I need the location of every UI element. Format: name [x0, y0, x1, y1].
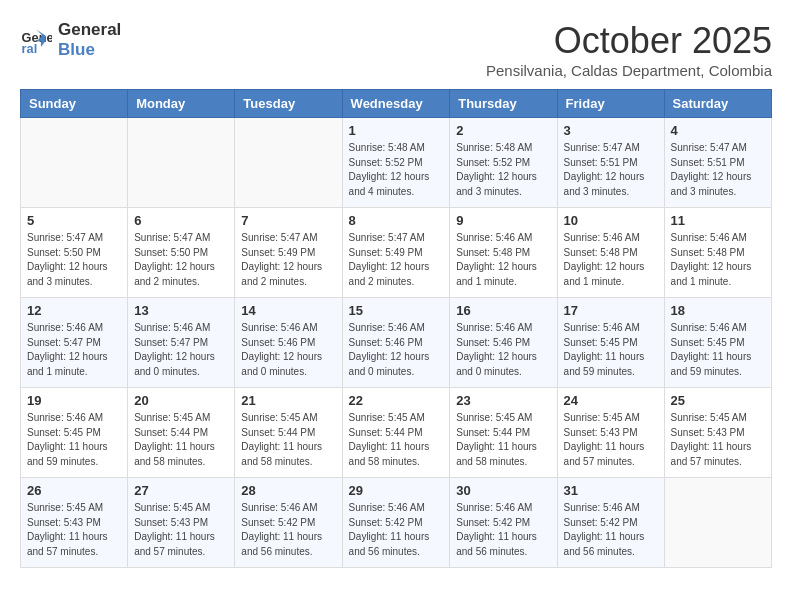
day-number: 25	[671, 393, 765, 408]
calendar-cell: 29Sunrise: 5:46 AM Sunset: 5:42 PM Dayli…	[342, 478, 450, 568]
week-row-2: 12Sunrise: 5:46 AM Sunset: 5:47 PM Dayli…	[21, 298, 772, 388]
month-title: October 2025	[486, 20, 772, 62]
calendar-cell: 31Sunrise: 5:46 AM Sunset: 5:42 PM Dayli…	[557, 478, 664, 568]
day-info: Sunrise: 5:46 AM Sunset: 5:47 PM Dayligh…	[27, 321, 121, 379]
day-info: Sunrise: 5:46 AM Sunset: 5:45 PM Dayligh…	[27, 411, 121, 469]
calendar-cell: 22Sunrise: 5:45 AM Sunset: 5:44 PM Dayli…	[342, 388, 450, 478]
header-day-tuesday: Tuesday	[235, 90, 342, 118]
day-info: Sunrise: 5:46 AM Sunset: 5:45 PM Dayligh…	[671, 321, 765, 379]
header-row: SundayMondayTuesdayWednesdayThursdayFrid…	[21, 90, 772, 118]
day-info: Sunrise: 5:45 AM Sunset: 5:44 PM Dayligh…	[456, 411, 550, 469]
logo-line2: Blue	[58, 40, 121, 60]
day-info: Sunrise: 5:45 AM Sunset: 5:43 PM Dayligh…	[134, 501, 228, 559]
day-number: 6	[134, 213, 228, 228]
day-info: Sunrise: 5:47 AM Sunset: 5:51 PM Dayligh…	[564, 141, 658, 199]
calendar-cell: 13Sunrise: 5:46 AM Sunset: 5:47 PM Dayli…	[128, 298, 235, 388]
calendar-cell	[235, 118, 342, 208]
calendar-cell: 5Sunrise: 5:47 AM Sunset: 5:50 PM Daylig…	[21, 208, 128, 298]
calendar-cell: 28Sunrise: 5:46 AM Sunset: 5:42 PM Dayli…	[235, 478, 342, 568]
day-number: 28	[241, 483, 335, 498]
day-info: Sunrise: 5:45 AM Sunset: 5:43 PM Dayligh…	[564, 411, 658, 469]
day-number: 17	[564, 303, 658, 318]
header-day-thursday: Thursday	[450, 90, 557, 118]
svg-text:ral: ral	[22, 41, 38, 56]
day-number: 20	[134, 393, 228, 408]
calendar-cell: 27Sunrise: 5:45 AM Sunset: 5:43 PM Dayli…	[128, 478, 235, 568]
calendar-cell: 16Sunrise: 5:46 AM Sunset: 5:46 PM Dayli…	[450, 298, 557, 388]
day-info: Sunrise: 5:47 AM Sunset: 5:49 PM Dayligh…	[241, 231, 335, 289]
day-number: 27	[134, 483, 228, 498]
day-number: 26	[27, 483, 121, 498]
day-info: Sunrise: 5:45 AM Sunset: 5:44 PM Dayligh…	[241, 411, 335, 469]
day-info: Sunrise: 5:47 AM Sunset: 5:49 PM Dayligh…	[349, 231, 444, 289]
week-row-1: 5Sunrise: 5:47 AM Sunset: 5:50 PM Daylig…	[21, 208, 772, 298]
calendar-cell: 2Sunrise: 5:48 AM Sunset: 5:52 PM Daylig…	[450, 118, 557, 208]
week-row-4: 26Sunrise: 5:45 AM Sunset: 5:43 PM Dayli…	[21, 478, 772, 568]
calendar-cell: 25Sunrise: 5:45 AM Sunset: 5:43 PM Dayli…	[664, 388, 771, 478]
calendar-cell: 6Sunrise: 5:47 AM Sunset: 5:50 PM Daylig…	[128, 208, 235, 298]
day-number: 9	[456, 213, 550, 228]
calendar-cell: 12Sunrise: 5:46 AM Sunset: 5:47 PM Dayli…	[21, 298, 128, 388]
calendar-cell	[128, 118, 235, 208]
calendar-cell: 30Sunrise: 5:46 AM Sunset: 5:42 PM Dayli…	[450, 478, 557, 568]
day-info: Sunrise: 5:47 AM Sunset: 5:50 PM Dayligh…	[134, 231, 228, 289]
day-number: 7	[241, 213, 335, 228]
calendar-cell: 20Sunrise: 5:45 AM Sunset: 5:44 PM Dayli…	[128, 388, 235, 478]
day-info: Sunrise: 5:46 AM Sunset: 5:46 PM Dayligh…	[456, 321, 550, 379]
day-info: Sunrise: 5:48 AM Sunset: 5:52 PM Dayligh…	[349, 141, 444, 199]
day-number: 14	[241, 303, 335, 318]
day-number: 29	[349, 483, 444, 498]
logo: Gene ral General Blue	[20, 20, 121, 61]
day-info: Sunrise: 5:48 AM Sunset: 5:52 PM Dayligh…	[456, 141, 550, 199]
calendar-cell	[664, 478, 771, 568]
calendar-cell: 1Sunrise: 5:48 AM Sunset: 5:52 PM Daylig…	[342, 118, 450, 208]
day-number: 10	[564, 213, 658, 228]
header-day-wednesday: Wednesday	[342, 90, 450, 118]
day-number: 5	[27, 213, 121, 228]
day-info: Sunrise: 5:46 AM Sunset: 5:46 PM Dayligh…	[349, 321, 444, 379]
calendar-cell: 24Sunrise: 5:45 AM Sunset: 5:43 PM Dayli…	[557, 388, 664, 478]
day-number: 15	[349, 303, 444, 318]
calendar-cell: 23Sunrise: 5:45 AM Sunset: 5:44 PM Dayli…	[450, 388, 557, 478]
day-number: 18	[671, 303, 765, 318]
day-number: 8	[349, 213, 444, 228]
day-number: 13	[134, 303, 228, 318]
day-number: 3	[564, 123, 658, 138]
location-subtitle: Pensilvania, Caldas Department, Colombia	[486, 62, 772, 79]
week-row-0: 1Sunrise: 5:48 AM Sunset: 5:52 PM Daylig…	[21, 118, 772, 208]
calendar-cell: 15Sunrise: 5:46 AM Sunset: 5:46 PM Dayli…	[342, 298, 450, 388]
title-area: October 2025 Pensilvania, Caldas Departm…	[486, 20, 772, 79]
day-number: 4	[671, 123, 765, 138]
day-info: Sunrise: 5:45 AM Sunset: 5:43 PM Dayligh…	[27, 501, 121, 559]
day-info: Sunrise: 5:46 AM Sunset: 5:42 PM Dayligh…	[456, 501, 550, 559]
header-day-friday: Friday	[557, 90, 664, 118]
day-info: Sunrise: 5:46 AM Sunset: 5:47 PM Dayligh…	[134, 321, 228, 379]
calendar-cell: 4Sunrise: 5:47 AM Sunset: 5:51 PM Daylig…	[664, 118, 771, 208]
day-info: Sunrise: 5:46 AM Sunset: 5:46 PM Dayligh…	[241, 321, 335, 379]
calendar-cell: 14Sunrise: 5:46 AM Sunset: 5:46 PM Dayli…	[235, 298, 342, 388]
day-info: Sunrise: 5:47 AM Sunset: 5:51 PM Dayligh…	[671, 141, 765, 199]
day-info: Sunrise: 5:46 AM Sunset: 5:42 PM Dayligh…	[241, 501, 335, 559]
day-number: 30	[456, 483, 550, 498]
logo-line1: General	[58, 20, 121, 40]
day-number: 22	[349, 393, 444, 408]
calendar-cell: 26Sunrise: 5:45 AM Sunset: 5:43 PM Dayli…	[21, 478, 128, 568]
day-number: 12	[27, 303, 121, 318]
day-number: 2	[456, 123, 550, 138]
calendar-cell	[21, 118, 128, 208]
calendar-header: SundayMondayTuesdayWednesdayThursdayFrid…	[21, 90, 772, 118]
calendar-cell: 19Sunrise: 5:46 AM Sunset: 5:45 PM Dayli…	[21, 388, 128, 478]
week-row-3: 19Sunrise: 5:46 AM Sunset: 5:45 PM Dayli…	[21, 388, 772, 478]
calendar-cell: 7Sunrise: 5:47 AM Sunset: 5:49 PM Daylig…	[235, 208, 342, 298]
calendar-cell: 21Sunrise: 5:45 AM Sunset: 5:44 PM Dayli…	[235, 388, 342, 478]
calendar-cell: 9Sunrise: 5:46 AM Sunset: 5:48 PM Daylig…	[450, 208, 557, 298]
day-info: Sunrise: 5:46 AM Sunset: 5:48 PM Dayligh…	[456, 231, 550, 289]
calendar-cell: 18Sunrise: 5:46 AM Sunset: 5:45 PM Dayli…	[664, 298, 771, 388]
day-info: Sunrise: 5:46 AM Sunset: 5:42 PM Dayligh…	[349, 501, 444, 559]
header-day-monday: Monday	[128, 90, 235, 118]
day-info: Sunrise: 5:45 AM Sunset: 5:44 PM Dayligh…	[349, 411, 444, 469]
day-info: Sunrise: 5:46 AM Sunset: 5:45 PM Dayligh…	[564, 321, 658, 379]
calendar-cell: 11Sunrise: 5:46 AM Sunset: 5:48 PM Dayli…	[664, 208, 771, 298]
calendar-cell: 17Sunrise: 5:46 AM Sunset: 5:45 PM Dayli…	[557, 298, 664, 388]
logo-icon: Gene ral	[20, 24, 52, 56]
